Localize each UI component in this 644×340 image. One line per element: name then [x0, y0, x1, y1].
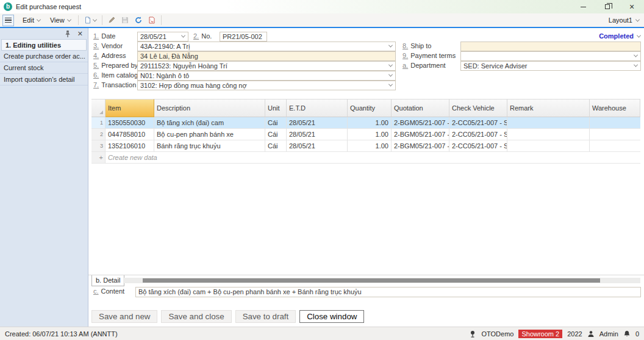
cell-unit[interactable]: Cái	[265, 129, 287, 140]
sidebar-item-import-quotation-detail[interactable]: Import quotation's detail	[0, 74, 88, 85]
cell-etd[interactable]: 28/05/21	[287, 140, 348, 152]
cell-remark[interactable]	[507, 140, 590, 152]
document-number-field[interactable]: PR21/05-002	[220, 32, 267, 42]
transaction-field[interactable]: 3102: Hợp đồng mua hàng công nợ	[137, 81, 396, 90]
edit-menu[interactable]: Edit	[18, 14, 45, 26]
field-number: 8.	[402, 42, 408, 49]
close-button[interactable]: ×	[620, 0, 644, 13]
layout-selector[interactable]: Layout1	[609, 16, 639, 24]
cell-quantity[interactable]: 1.00	[348, 140, 392, 152]
sidebar-item-current-stock[interactable]: Current stock	[0, 62, 88, 74]
table-row[interactable]: 3 1352106010 Bánh răng trục khuỷu Cái 28…	[91, 140, 640, 152]
payment-terms-field[interactable]	[460, 51, 641, 61]
cell-quantity[interactable]: 1.00	[348, 117, 392, 129]
column-header-warehouse[interactable]: Warehouse	[590, 99, 640, 117]
status-label: Completed	[599, 32, 634, 40]
save-to-draft-button[interactable]: Save to draft	[235, 310, 296, 323]
table-row[interactable]: 1 1350550030 Bộ tăng xích (đai) cam Cái …	[91, 117, 640, 129]
row-number[interactable]: 2	[91, 129, 106, 140]
cell-description[interactable]: Bộ cu-pen phanh bánh xe	[154, 129, 265, 140]
cell-remark[interactable]	[507, 129, 590, 140]
restore-button[interactable]	[595, 0, 620, 13]
scrollbar-thumb[interactable]	[143, 278, 600, 283]
new-document-button[interactable]	[81, 14, 99, 26]
column-header-remark[interactable]: Remark	[507, 99, 590, 117]
notification-count[interactable]: 0	[635, 330, 639, 338]
minimize-button[interactable]	[571, 0, 595, 13]
date-field[interactable]: 28/05/21	[137, 32, 188, 42]
current-user[interactable]: Admin	[599, 330, 618, 338]
save-and-close-button[interactable]: Save and close	[161, 310, 231, 323]
horizontal-scrollbar[interactable]	[123, 278, 640, 283]
cell-warehouse[interactable]	[590, 117, 640, 129]
chevron-down-icon	[634, 63, 638, 67]
address-value: 34 Lê Lai, Đà Nẵng	[140, 52, 198, 60]
cell-description[interactable]: Bánh răng trục khuỷu	[154, 140, 265, 152]
add-row-plus[interactable]: +	[91, 152, 106, 164]
tab-detail[interactable]: b. Detail	[91, 275, 124, 286]
cell-remark[interactable]	[507, 117, 590, 129]
sidebar: ✕ 1. Editing utilities Create purchase o…	[0, 28, 88, 327]
column-header-quantity[interactable]: Quantity	[348, 99, 392, 117]
close-window-button[interactable]: Close window	[299, 310, 364, 323]
select-all-corner[interactable]	[91, 99, 106, 117]
column-header-unit[interactable]: Unit	[265, 99, 287, 117]
cell-quotation[interactable]: 2-BGM05/21-007 - S	[392, 117, 449, 129]
prepared-by-value: 29111523: Nguyễn Hoàng Trí	[140, 62, 227, 70]
edit-menu-label: Edit	[23, 16, 34, 24]
refresh-button[interactable]	[132, 14, 145, 26]
chevron-down-icon	[181, 34, 185, 38]
cell-check-vehicle[interactable]: 2-CC05/21-007 - Sửa	[449, 140, 507, 152]
row-number[interactable]: 3	[91, 140, 106, 152]
status-badge[interactable]: Completed	[599, 32, 640, 40]
content-row: c.Content Bộ tăng xích (đai) cam + Bộ cu…	[88, 287, 644, 298]
cell-item[interactable]: 0447858010	[106, 129, 154, 140]
pin-icon[interactable]	[64, 31, 71, 38]
cell-quantity[interactable]: 1.00	[348, 129, 392, 140]
content-field[interactable]: Bộ tăng xích (đai) cam + Bộ cu-pen phanh…	[135, 287, 641, 297]
sidebar-close-icon[interactable]: ✕	[77, 30, 83, 38]
new-row-placeholder[interactable]: Create new data	[106, 152, 640, 164]
vendor-value: 43A-21940: A Trị	[140, 43, 190, 50]
vendor-field[interactable]: 43A-21940: A Trị	[137, 42, 396, 51]
content-value: Bộ tăng xích (đai) cam + Bộ cu-pen phanh…	[138, 288, 362, 295]
export-pdf-button[interactable]	[145, 14, 159, 26]
save-and-new-button[interactable]: Save and new	[91, 310, 157, 323]
row-number[interactable]: 1	[91, 117, 106, 129]
cell-check-vehicle[interactable]: 2-CC05/21-007 - Sửa	[449, 117, 507, 129]
cell-etd[interactable]: 28/05/21	[287, 117, 348, 129]
column-header-description[interactable]: Description	[154, 99, 265, 117]
view-menu[interactable]: View	[45, 14, 76, 26]
cell-item[interactable]: 1352106010	[106, 140, 154, 152]
cell-unit[interactable]: Cái	[265, 117, 287, 129]
column-header-check-vehicle[interactable]: Check Vehicle	[449, 99, 507, 117]
cell-check-vehicle[interactable]: 2-CC05/21-007 - Sửa	[449, 129, 507, 140]
column-header-item[interactable]: Item	[106, 99, 154, 117]
prepared-by-field[interactable]: 29111523: Nguyễn Hoàng Trí	[137, 61, 396, 71]
sidebar-item-create-purchase-order[interactable]: Create purchase order ac...	[0, 51, 88, 62]
column-header-etd[interactable]: E.T.D	[287, 99, 348, 117]
cell-quotation[interactable]: 2-BGM05/21-007 - S	[392, 129, 449, 140]
table-row[interactable]: 2 0447858010 Bộ cu-pen phanh bánh xe Cái…	[91, 129, 640, 140]
save-button[interactable]	[118, 14, 132, 26]
hamburger-menu-button[interactable]	[2, 15, 14, 26]
cell-description[interactable]: Bộ tăng xích (đai) cam	[154, 117, 265, 129]
branch-badge[interactable]: Showroom 2	[518, 330, 562, 338]
column-header-quotation[interactable]: Quotation	[392, 99, 449, 117]
field-number: 7.	[93, 81, 99, 89]
cell-warehouse[interactable]	[590, 129, 640, 140]
user-icon	[587, 330, 595, 338]
cell-quotation[interactable]: 2-BGM05/21-007 - S	[392, 140, 449, 152]
cell-unit[interactable]: Cái	[265, 140, 287, 152]
department-field[interactable]: SED: Service Adviser	[460, 61, 641, 71]
address-field[interactable]: 34 Lê Lai, Đà Nẵng	[137, 51, 396, 61]
ship-to-field[interactable]	[460, 42, 641, 51]
cell-item[interactable]: 1350550030	[106, 117, 154, 129]
edit-record-button[interactable]	[105, 14, 118, 26]
cell-etd[interactable]: 28/05/21	[287, 129, 348, 140]
cell-warehouse[interactable]	[590, 140, 640, 152]
item-catalog-field[interactable]: N01: Ngành ô tô	[137, 71, 396, 81]
new-row[interactable]: + Create new data	[91, 152, 640, 164]
fiscal-year[interactable]: 2022	[567, 330, 582, 338]
company-name[interactable]: OTODemo	[481, 330, 513, 338]
